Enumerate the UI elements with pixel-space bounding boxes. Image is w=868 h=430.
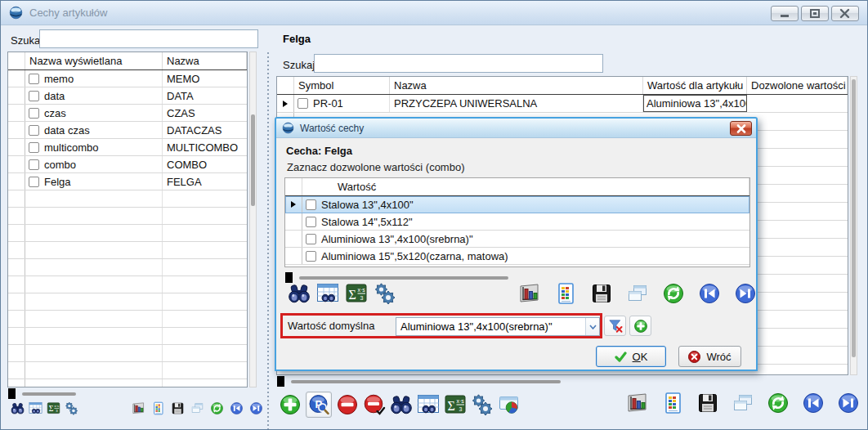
report-icon[interactable] xyxy=(554,282,577,305)
table-row[interactable]: Stalowa 13",4x100" xyxy=(285,196,749,213)
table-row[interactable]: multicomboMULTICOMBO xyxy=(8,139,247,156)
row-selector[interactable] xyxy=(285,196,302,213)
scrollbar-thumb[interactable] xyxy=(852,79,856,357)
refresh-icon[interactable] xyxy=(662,282,685,305)
chart-icon[interactable] xyxy=(518,282,541,305)
scrollbar-thumb[interactable] xyxy=(299,276,508,280)
values-table-header[interactable]: Wartość xyxy=(285,178,749,196)
row-selector[interactable] xyxy=(8,242,25,258)
first-icon[interactable] xyxy=(230,401,244,415)
table-row[interactable]: dataDATA xyxy=(8,87,247,105)
window-pie-icon[interactable] xyxy=(498,393,521,416)
row-selector[interactable] xyxy=(285,231,302,247)
table-row[interactable]: FelgaFELGA xyxy=(8,173,247,190)
report-icon[interactable] xyxy=(151,401,165,415)
dialog-close-button[interactable] xyxy=(730,121,752,136)
sum-icon[interactable]: Σx·s3 xyxy=(444,393,467,416)
table-row[interactable]: czasCZAS xyxy=(8,105,247,122)
column-header[interactable]: Wartość xyxy=(302,178,749,195)
scrollbar-thumb[interactable] xyxy=(22,392,76,396)
row-selector[interactable] xyxy=(8,208,25,224)
find-icon[interactable] xyxy=(390,393,413,416)
column-header[interactable]: Nazwa xyxy=(390,77,643,94)
checkbox[interactable] xyxy=(29,125,39,136)
delete-icon[interactable] xyxy=(336,393,359,416)
checkbox[interactable] xyxy=(306,251,316,262)
row-selector[interactable] xyxy=(8,105,25,121)
report-icon[interactable] xyxy=(661,392,684,414)
last-icon[interactable] xyxy=(734,282,757,305)
row-selector[interactable] xyxy=(8,328,25,344)
save-icon[interactable] xyxy=(696,392,719,414)
checkbox[interactable] xyxy=(306,217,316,227)
ok-button[interactable]: OK xyxy=(596,346,666,367)
checkbox[interactable] xyxy=(29,142,39,153)
right-vertical-scrollbar[interactable] xyxy=(850,76,857,375)
column-header[interactable]: Nazwa wyświetlana xyxy=(25,52,163,69)
back-button[interactable]: Wróć xyxy=(678,346,741,367)
checkbox[interactable] xyxy=(29,91,39,101)
table-row[interactable]: comboCOMBO xyxy=(8,156,247,173)
row-selector[interactable] xyxy=(8,156,25,172)
save-icon[interactable] xyxy=(590,282,613,305)
find-table-icon[interactable] xyxy=(29,401,43,415)
refresh-icon[interactable] xyxy=(767,392,790,414)
left-horizontal-scrollbar[interactable] xyxy=(8,388,247,399)
edit-icon[interactable]: P xyxy=(306,392,332,418)
column-header[interactable]: Symbol xyxy=(294,77,390,94)
maximize-button[interactable] xyxy=(801,6,829,21)
row-selector[interactable] xyxy=(8,276,25,293)
sum-icon[interactable]: Σx·s3 xyxy=(345,282,368,305)
row-selector[interactable] xyxy=(8,173,25,190)
table-row[interactable]: PR-01PRZYCZEPA UNIWERSALNAAluminiowa 13"… xyxy=(277,95,848,113)
scrollbar-thumb[interactable] xyxy=(291,380,561,383)
row-selector[interactable] xyxy=(8,87,25,104)
close-button[interactable] xyxy=(831,6,859,21)
settings-icon[interactable] xyxy=(65,401,78,415)
row-selector[interactable] xyxy=(8,311,25,327)
table-row[interactable]: memoMEMO xyxy=(8,70,247,87)
right-search-input[interactable] xyxy=(314,54,603,73)
features-table-header[interactable]: Nazwa wyświetlana Nazwa xyxy=(8,52,247,70)
first-icon[interactable] xyxy=(698,282,721,305)
last-icon[interactable] xyxy=(249,401,263,415)
row-selector[interactable] xyxy=(8,190,25,207)
checkbox[interactable] xyxy=(29,108,39,119)
right-horizontal-scrollbar[interactable] xyxy=(277,376,849,387)
find-icon[interactable] xyxy=(11,401,25,415)
find-icon[interactable] xyxy=(288,282,311,305)
settings-icon[interactable] xyxy=(374,282,396,305)
table-row[interactable]: Aluminiowa 13",4x100(srebrna)" xyxy=(285,231,749,248)
column-header[interactable]: Nazwa xyxy=(163,52,247,69)
first-icon[interactable] xyxy=(802,392,825,414)
row-selector[interactable] xyxy=(285,248,302,264)
row-selector[interactable] xyxy=(8,293,25,310)
row-selector[interactable] xyxy=(8,259,25,275)
table-row[interactable]: data czasDATACZAS xyxy=(8,122,247,139)
panel-splitter[interactable] xyxy=(263,52,272,430)
table-row[interactable]: Stalowa 14",5x112" xyxy=(285,213,749,231)
save-icon[interactable] xyxy=(171,401,185,415)
row-selector[interactable] xyxy=(8,139,25,155)
chevron-down-icon[interactable] xyxy=(585,318,599,335)
checkbox[interactable] xyxy=(306,234,316,244)
left-vertical-scrollbar[interactable] xyxy=(249,52,257,387)
add-value-button[interactable] xyxy=(629,316,651,336)
titlebar[interactable]: Cechy artykułów xyxy=(1,1,867,25)
find-table-icon[interactable] xyxy=(417,393,440,416)
dialog-titlebar[interactable]: Wartość cechy xyxy=(276,119,756,138)
sum-icon[interactable]: Σx·s3 xyxy=(47,401,60,415)
find-table-icon[interactable] xyxy=(316,282,339,305)
column-header[interactable]: Dozwolone wartości xyxy=(747,77,848,94)
checkbox[interactable] xyxy=(306,199,316,210)
checkbox[interactable] xyxy=(29,74,39,84)
left-search-input[interactable] xyxy=(39,29,258,48)
checkbox[interactable] xyxy=(298,98,308,109)
add-icon[interactable] xyxy=(279,393,302,416)
column-header[interactable]: Wartość dla artykułu xyxy=(643,77,747,94)
refresh-icon[interactable] xyxy=(210,401,224,415)
chart-icon[interactable] xyxy=(132,401,145,415)
cell-value[interactable]: Aluminiowa 13",4x100 xyxy=(643,95,747,112)
settings-icon[interactable] xyxy=(471,393,494,416)
row-selector[interactable] xyxy=(8,362,25,378)
